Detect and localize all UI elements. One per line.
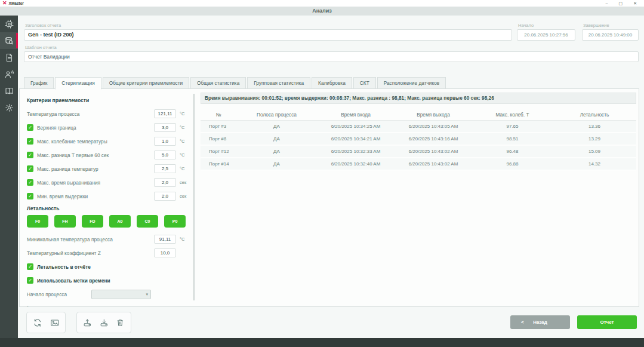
report-title-label: Заголовок отчета [25, 23, 61, 28]
z-coefficient-row: Температурный коэффициент Z 10,0 [27, 246, 192, 260]
refresh-icon[interactable] [33, 318, 42, 328]
start-label: Начало [518, 23, 534, 28]
table-row[interactable]: Порт #14 ДА 6/20/2025 10:32:40 AM 6/20/2… [201, 158, 636, 171]
min-hold-time-input[interactable]: 2,0 [154, 192, 176, 201]
upper-bound-input[interactable]: 3,0 [154, 123, 176, 132]
max-diff-60s-input[interactable]: 5,0 [154, 151, 176, 159]
process-start-row: Начало процесса [27, 287, 192, 302]
back-button[interactable]: < Назад [510, 315, 570, 329]
report-title-input[interactable]: Gen - test (ID 200) [24, 29, 512, 41]
z-coefficient-input[interactable]: 10,0 [154, 248, 176, 257]
tab-obshchaya-statistika[interactable]: Общая статистика [190, 77, 246, 89]
checkbox-checked-icon[interactable] [27, 152, 33, 158]
sidebar-item-operators[interactable] [0, 66, 18, 82]
criteria-column: Критерии приемлемости Температура процес… [27, 95, 192, 308]
end-label: Завершение [583, 23, 609, 28]
lethality-in-report-row: Летальность в отчёте [27, 260, 192, 274]
use-timestamps-row: Использовать метки времени [27, 274, 192, 287]
sidebar-item-reports[interactable] [0, 49, 18, 66]
fh-button[interactable]: FH [54, 215, 76, 228]
app-title: XMaster [9, 1, 24, 5]
summary-bar: Время выравнивания: 00:01:52; время выде… [201, 93, 636, 104]
dash-text: - [27, 303, 192, 308]
vertical-divider [193, 94, 195, 300]
report-icon [5, 53, 14, 62]
template-label: Шаблон отчета [25, 45, 57, 50]
criteria-row-max-fluctuation: Макс. колебание температуры 1,0 °C [27, 134, 192, 148]
table-row[interactable]: Порт #3 ДА 6/20/2025 10:34:25 AM 6/20/20… [201, 121, 636, 133]
report-button[interactable]: Отчет [577, 315, 637, 329]
criteria-row-min-hold-time: Мин. время выдержки 2,0 сек [27, 189, 192, 203]
min-process-temp-input[interactable]: 91,11 [154, 235, 176, 244]
lethality-buttons: F0 FH FD A0 C0 P0 [27, 215, 186, 228]
f0-button[interactable]: F0 [27, 215, 48, 228]
max-temp-diff-input[interactable]: 2,5 [154, 164, 176, 173]
p0-button[interactable]: P0 [164, 215, 186, 228]
table-row[interactable]: Порт #12 ДА 6/20/2025 10:32:33 AM 6/20/2… [201, 146, 636, 158]
cpu-icon [5, 20, 14, 29]
process-start-select[interactable] [91, 290, 151, 299]
view-tool-group [26, 312, 66, 333]
criteria-heading: Критерии приемлемости [27, 97, 192, 103]
checkbox-checked-icon[interactable] [27, 263, 33, 270]
operator-icon [5, 70, 14, 79]
checkbox-checked-icon[interactable] [27, 277, 33, 284]
sidebar [0, 16, 18, 338]
tab-raspolozhenie-datchikov[interactable]: Расположение датчиков [377, 77, 446, 89]
tab-skt[interactable]: СКТ [353, 77, 376, 89]
sidebar-item-manual[interactable] [0, 82, 18, 99]
tab-sterilizaciya[interactable]: Стерилизация [55, 77, 101, 90]
checkbox-checked-icon[interactable] [27, 193, 33, 199]
xmaster-logo-icon: ✕ [2, 1, 7, 6]
lethality-heading: Летальность [27, 205, 192, 211]
tab-bar: График Стерилизация Общие критерии прием… [24, 77, 447, 89]
checkbox-checked-icon[interactable] [27, 165, 33, 172]
min-process-temp-row: Минимальная температура процесса 91,11 °… [27, 232, 192, 246]
checkbox-checked-icon[interactable] [27, 179, 33, 186]
minimize-button[interactable]: – [606, 1, 608, 6]
criteria-row-upper-bound: Верхняя граница 3,0 °C [27, 121, 192, 134]
app-window: ✕ XMaster – ▢ ✕ Анализ [0, 0, 644, 347]
delete-trash-icon[interactable] [116, 318, 125, 328]
table-header-row: № Полоса процесса Время входа Время выхо… [201, 109, 636, 121]
maximize-button[interactable]: ▢ [619, 1, 623, 6]
process-temp-input[interactable]: 121,11 [154, 109, 176, 118]
checkbox-checked-icon[interactable] [27, 124, 33, 131]
start-input[interactable]: 20.06.2025 10:27:56 [517, 29, 575, 41]
table-row[interactable]: Порт #8 ДА 6/20/2025 10:34:21 AM 6/20/20… [201, 133, 636, 146]
fd-button[interactable]: FD [82, 215, 103, 228]
a0-button[interactable]: A0 [109, 215, 131, 228]
close-button[interactable]: ✕ [633, 1, 637, 6]
template-input[interactable]: Отчет Валидации [24, 51, 639, 62]
file-tool-group [76, 312, 131, 333]
criteria-row-process-temp: Температура процесса 121,11 °C [27, 107, 192, 121]
data-search-icon [5, 36, 14, 45]
tab-kalibrovka[interactable]: Калибровка [312, 77, 352, 89]
results-area: Время выравнивания: 00:01:52; время выде… [201, 93, 636, 171]
ports-table: № Полоса процесса Время входа Время выхо… [201, 109, 636, 171]
sidebar-item-settings[interactable] [0, 99, 18, 116]
titlebar: ✕ XMaster – ▢ ✕ [0, 0, 644, 7]
tab-obshchie-kriterii[interactable]: Общие критерии приемлемости [103, 77, 189, 89]
page-title: Анализ [0, 7, 644, 16]
max-equalization-time-input[interactable]: 2,0 [154, 178, 176, 187]
c0-button[interactable]: C0 [137, 215, 158, 228]
max-fluctuation-input[interactable]: 1,0 [154, 137, 176, 146]
settings-gear-icon [5, 103, 14, 112]
window-controls: – ▢ ✕ [606, 1, 644, 6]
sidebar-item-devices[interactable] [0, 16, 18, 32]
criteria-row-max-diff-60s: Макс. разница Т первые 60 сек 5,0 °C [27, 148, 192, 162]
manual-book-icon [5, 87, 14, 96]
end-input[interactable]: 20.06.2025 10:49:00 [582, 29, 639, 41]
import-down-icon[interactable] [100, 318, 109, 328]
criteria-row-max-equalization-time: Макс. время выравнивания 2,0 сек [27, 176, 192, 189]
bottom-strip [0, 338, 644, 347]
tab-gruppovaya-statistika[interactable]: Групповая статистика [247, 77, 310, 89]
tab-grafik[interactable]: График [24, 77, 54, 89]
sidebar-item-data-analysis[interactable] [0, 32, 18, 49]
checkbox-checked-icon[interactable] [27, 138, 33, 145]
criteria-row-max-temp-diff: Макс. разница температур 2,5 °C [27, 162, 192, 176]
export-up-icon[interactable] [83, 318, 92, 328]
main-content: Заголовок отчета Gen - test (ID 200) Нач… [18, 16, 644, 338]
snapshot-image-icon[interactable] [50, 318, 60, 328]
